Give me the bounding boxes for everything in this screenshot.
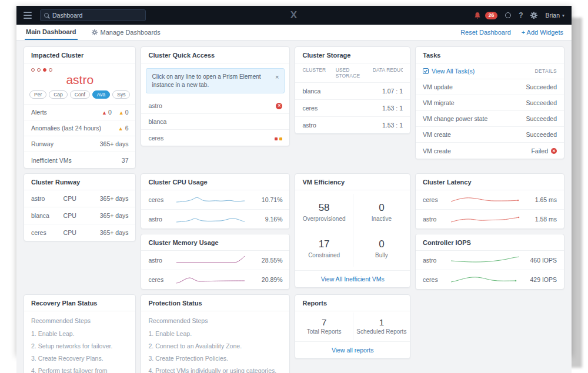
table-row[interactable]: astro 1.53 : 1: [295, 117, 410, 133]
memory-usage-row[interactable]: ceres 20.89%: [141, 270, 289, 289]
memory-sparkline: [175, 254, 246, 266]
cluster-name: ceres: [423, 276, 450, 283]
task-row[interactable]: VM create Failed✕: [416, 143, 564, 159]
multicluster-icon[interactable]: [505, 12, 511, 18]
step-item: 4. Perform test failover from recovery l…: [31, 367, 128, 373]
runway-row[interactable]: astro CPU 365+ days: [24, 190, 135, 207]
quick-access-row[interactable]: astro ✕: [141, 98, 289, 114]
user-menu[interactable]: Brian ▾: [545, 12, 564, 19]
cpu-sparkline: [175, 213, 246, 225]
widget-title: Cluster Storage: [295, 47, 410, 63]
reset-dashboard-button[interactable]: Reset Dashboard: [460, 29, 511, 36]
iops-row[interactable]: astro 460 IOPS: [416, 251, 564, 270]
memory-sparkline: [175, 274, 246, 285]
label: Bully: [356, 252, 407, 258]
add-widgets-button[interactable]: + Add Widgets: [522, 29, 563, 36]
cluster-name: astro: [148, 257, 175, 264]
tab-main-dashboard[interactable]: Main Dashboard: [25, 25, 78, 40]
pill-perf[interactable]: Per: [29, 90, 46, 99]
view-all-reports-link[interactable]: View all reports: [295, 341, 410, 358]
manage-gear-icon: [92, 29, 98, 35]
widget-title: Cluster Runway: [24, 174, 135, 190]
tab-main-dashboard-label: Main Dashboard: [26, 28, 76, 35]
task-name: VM create: [423, 131, 451, 138]
tab-manage-dashboards[interactable]: Manage Dashboards: [91, 25, 162, 40]
widget-title: Cluster CPU Usage: [141, 174, 289, 190]
widget-cluster-runway: Cluster Runway astro CPU 365+ days blanc…: [24, 173, 136, 241]
count: 58: [298, 202, 350, 214]
resource-type: CPU: [64, 229, 99, 236]
widget-title: Cluster Quick Access: [141, 47, 289, 63]
cluster-link[interactable]: blanca: [148, 118, 166, 125]
table-row[interactable]: blanca 1.07 : 1: [295, 83, 410, 100]
task-row[interactable]: VM create Succeeded: [416, 127, 564, 143]
cluster-name: ceres: [148, 276, 175, 283]
dashboard-content: Impacted Cluster astro Per Cap Conf Ava …: [16, 41, 572, 373]
cluster-name: astro: [148, 216, 175, 223]
widget-title: VM Efficiency: [295, 174, 410, 190]
alerts-row: Alerts ▲0 ▲0: [24, 105, 135, 120]
inefficient-label: Inefficient VMs: [31, 157, 72, 164]
latency-row[interactable]: ceres 1.65 ms: [416, 190, 564, 210]
runway-row[interactable]: ceres CPU 365+ days: [24, 224, 135, 241]
alerts-bell-icon[interactable]: [474, 12, 481, 19]
quick-access-row[interactable]: blanca: [141, 114, 289, 130]
details-header: DETAILS: [534, 68, 557, 74]
search-input[interactable]: Dashboard: [40, 9, 146, 21]
alerts-label: Alerts: [31, 109, 47, 116]
widget-protection-status: Protection Status Recommended Steps 1. E…: [141, 294, 290, 373]
task-row[interactable]: VM migrate Succeeded: [416, 95, 564, 111]
table-row[interactable]: ceres 1.53 : 1: [295, 100, 410, 117]
menu-icon[interactable]: [24, 12, 32, 19]
efficiency-bully[interactable]: 0 Bully: [353, 230, 410, 267]
view-all-tasks-link[interactable]: View All Task(s): [423, 68, 475, 75]
anomalies-label: Anomalies (last 24 hours): [31, 125, 101, 132]
iops-sparkline: [450, 274, 520, 285]
step-item: 4. Protect VMs individually or using cat…: [148, 367, 282, 373]
recommended-steps-label: Recommended Steps: [31, 317, 128, 324]
notification-count-badge[interactable]: 26: [485, 12, 497, 19]
cluster-name: astro: [302, 122, 335, 129]
widget-tasks: Tasks View All Task(s) DETAILS VM update…: [415, 46, 564, 159]
cpu-usage-row[interactable]: ceres 10.71%: [141, 190, 289, 210]
resource-type: CPU: [64, 195, 99, 202]
iops-value: 429 IOPS: [520, 276, 557, 283]
settings-gear-icon[interactable]: [530, 12, 537, 19]
critical-triangle-icon: ▲: [102, 110, 107, 116]
cluster-pager-dots[interactable]: [24, 63, 135, 72]
efficiency-overprovisioned[interactable]: 58 Overprovisioned: [295, 194, 352, 230]
memory-usage-row[interactable]: astro 28.55%: [141, 251, 289, 270]
latency-value: 1.65 ms: [520, 196, 557, 203]
task-status: Succeeded: [526, 83, 557, 90]
cluster-name: ceres: [423, 196, 450, 203]
pill-sys[interactable]: Sys: [112, 90, 130, 99]
total-reports: 7 Total Reports: [295, 312, 352, 340]
task-name: VM create: [423, 147, 451, 154]
widget-title: Reports: [295, 295, 410, 311]
runway-row[interactable]: blanca CPU 365+ days: [24, 207, 135, 224]
cluster-link[interactable]: ceres: [148, 135, 163, 142]
pill-cap[interactable]: Cap: [49, 90, 68, 99]
iops-value: 460 IOPS: [520, 257, 557, 264]
label: Total Reports: [298, 328, 350, 335]
task-name: VM change power state: [423, 115, 487, 122]
help-icon[interactable]: ?: [519, 11, 523, 19]
efficiency-constrained[interactable]: 17 Constrained: [295, 230, 352, 267]
view-all-inefficient-vms-link[interactable]: View All Inefficient VMs: [295, 270, 410, 287]
pill-ava[interactable]: Ava: [92, 90, 111, 99]
checkbox-icon: [423, 68, 429, 74]
widget-title: Tasks: [416, 47, 564, 63]
pill-conf[interactable]: Conf: [70, 90, 90, 99]
task-row[interactable]: VM change power state Succeeded: [416, 111, 564, 127]
quick-access-row[interactable]: ceres: [141, 130, 289, 146]
task-row[interactable]: VM update Succeeded: [416, 79, 564, 95]
latency-row[interactable]: astro 1.58 ms: [416, 210, 564, 228]
cluster-link[interactable]: astro: [148, 102, 162, 109]
close-icon[interactable]: ×: [275, 73, 279, 89]
impacted-cluster-name[interactable]: astro: [24, 72, 135, 90]
efficiency-inactive[interactable]: 0 Inactive: [353, 194, 410, 230]
col-used-storage: USED STORAGE: [336, 67, 373, 79]
step-item: 1. Enable Leap.: [148, 330, 282, 337]
cpu-usage-row[interactable]: astro 9.16%: [141, 210, 289, 228]
iops-row[interactable]: ceres 429 IOPS: [416, 270, 564, 289]
